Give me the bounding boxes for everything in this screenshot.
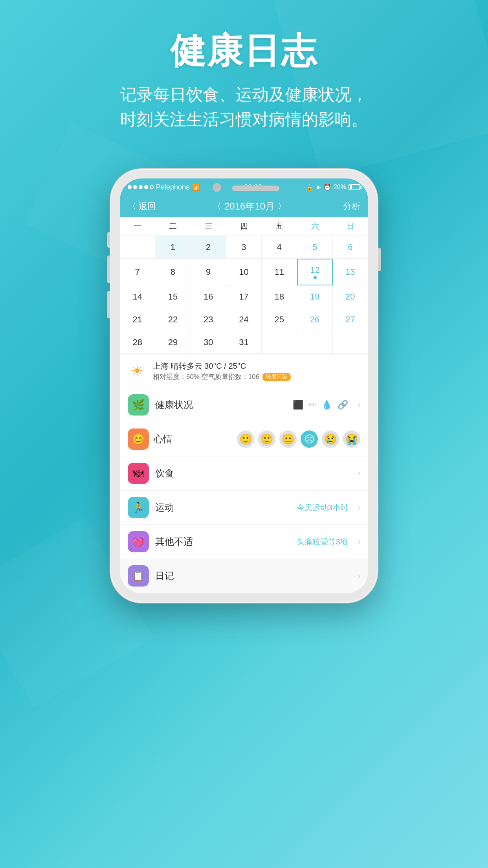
calendar-cell-4[interactable]: 4: [262, 236, 297, 259]
diet-label: 饮食: [155, 467, 348, 480]
diet-icon: 🍽: [128, 463, 149, 484]
calendar: 一 二 三 四 五 六 日 1 2 3 4 5 6: [120, 217, 368, 354]
calendar-cell-17[interactable]: 17: [226, 285, 262, 308]
mute-button: [107, 232, 110, 248]
calendar-cell-19[interactable]: 19: [297, 285, 332, 308]
day-saturday: 六: [297, 217, 332, 235]
discomfort-icon: 💓: [128, 531, 149, 552]
calendar-cell-27[interactable]: 27: [333, 308, 368, 331]
calendar-cell-15[interactable]: 15: [155, 285, 191, 308]
day-tuesday: 二: [155, 217, 191, 235]
calendar-grid: 1 2 3 4 5 6 7 8 9 10 11 12 13: [120, 236, 368, 354]
signal-dot-1: [128, 185, 132, 189]
calendar-cell-31[interactable]: 31: [226, 331, 262, 354]
volume-down-button: [107, 291, 110, 318]
calendar-cell-10[interactable]: 10: [226, 259, 262, 285]
phone-speaker: [232, 186, 279, 191]
calendar-cell-11[interactable]: 11: [262, 259, 297, 285]
mood-face-worse[interactable]: 😢: [322, 430, 339, 448]
day-headers: 一 二 三 四 五 六 日: [120, 217, 368, 236]
calendar-cell-2[interactable]: 2: [191, 236, 226, 259]
mood-face-great[interactable]: 🙂: [237, 430, 254, 448]
status-right: 🔒 ➤ ⏰ 20%: [306, 184, 360, 191]
calendar-cell-9[interactable]: 9: [191, 259, 226, 285]
diary-chevron: ›: [358, 571, 360, 581]
diary-row[interactable]: 📋 日记 ›: [120, 559, 368, 593]
exercise-chevron: ›: [358, 502, 360, 513]
calendar-cell-28[interactable]: 28: [120, 331, 155, 354]
calendar-cell-18[interactable]: 18: [262, 285, 297, 308]
weather-sun-icon: ☀: [128, 362, 147, 381]
header-section: 健康日志 记录每日饮食、运动及健康状况， 时刻关注生活习惯对病情的影响。: [0, 31, 488, 132]
phone-mockup: Pelephone 📶 03:36 🔒 ➤ ⏰ 20% 〈 返回 〈 2016年: [110, 169, 378, 603]
calendar-cell-7[interactable]: 7: [120, 259, 155, 285]
calendar-cell-3[interactable]: 3: [226, 236, 262, 259]
exercise-value: 今天运动3小时: [297, 502, 348, 513]
calendar-cell-30[interactable]: 30: [191, 331, 226, 354]
health-status-row[interactable]: 🌿 健康状况 ⬛ ✏ 💧 🔗 ›: [120, 388, 368, 422]
battery-fill: [350, 185, 352, 189]
mood-icon: 😊: [128, 428, 149, 450]
exercise-label: 运动: [155, 501, 290, 514]
calendar-cell-empty-3: [297, 331, 332, 354]
pollution-badge: 轻度污染: [262, 373, 291, 381]
exercise-icon: 🏃: [128, 497, 149, 518]
calendar-cell-29[interactable]: 29: [155, 331, 191, 354]
calendar-cell-25[interactable]: 25: [262, 308, 297, 331]
app-title: 健康日志: [0, 31, 488, 70]
day-thursday: 四: [226, 217, 262, 235]
calendar-cell-13[interactable]: 13: [333, 259, 368, 285]
diary-label: 日记: [155, 570, 348, 582]
discomfort-row[interactable]: 💓 其他不适 头痛眩晕等3项 ›: [120, 525, 368, 559]
battery-percent: 20%: [334, 184, 346, 191]
carrier-name: Pelephone: [156, 183, 190, 191]
analyze-button[interactable]: 分析: [343, 200, 360, 212]
calendar-cell-20[interactable]: 20: [333, 285, 368, 308]
calendar-cell-24[interactable]: 24: [226, 308, 262, 331]
mood-face-good[interactable]: 🙂: [258, 430, 275, 448]
mood-faces: 🙂 🙂 😐 ☹ 😢 😭: [237, 430, 360, 448]
app-subtitle: 记录每日饮食、运动及健康状况， 时刻关注生活习惯对病情的影响。: [0, 82, 488, 132]
calendar-cell-14[interactable]: 14: [120, 285, 155, 308]
status-left: Pelephone 📶: [128, 183, 200, 191]
signal-dot-4: [144, 185, 148, 189]
calendar-cell-26[interactable]: 26: [297, 308, 332, 331]
calendar-cell-empty-1[interactable]: [120, 236, 155, 259]
pencil-icon: ✏: [309, 400, 316, 410]
calendar-cell-22[interactable]: 22: [155, 308, 191, 331]
alarm-icon: ⏰: [323, 184, 331, 191]
calendar-cell-12[interactable]: 12: [297, 259, 332, 285]
mood-face-bad[interactable]: ☹: [301, 430, 318, 448]
diet-row[interactable]: 🍽 饮食 ›: [120, 456, 368, 491]
location-icon: ➤: [316, 184, 321, 191]
signal-dot-5: [150, 185, 154, 189]
exercise-row[interactable]: 🏃 运动 今天运动3小时 ›: [120, 491, 368, 525]
volume-up-button: [107, 256, 110, 283]
weather-info: 上海 晴转多云 30°C / 25°C 相对湿度：60% 空气质量指数：106 …: [153, 361, 360, 381]
calendar-cell-6[interactable]: 6: [333, 236, 368, 259]
health-status-icon: 🌿: [128, 394, 149, 416]
drop-icon: 💧: [321, 400, 332, 410]
day-friday: 五: [262, 217, 297, 235]
calendar-cell-5[interactable]: 5: [297, 236, 332, 259]
diary-icon: 📋: [128, 565, 149, 587]
scale-icon: ⬛: [293, 400, 303, 410]
calendar-cell-8[interactable]: 8: [155, 259, 191, 285]
calendar-cell-21[interactable]: 21: [120, 308, 155, 331]
back-button[interactable]: 〈 返回: [128, 200, 156, 212]
mood-row[interactable]: 😊 心情 🙂 🙂 😐 ☹ 😢 😭: [120, 422, 368, 456]
mood-label: 心情: [154, 433, 232, 445]
day-monday: 一: [120, 217, 155, 235]
mood-face-neutral[interactable]: 😐: [279, 430, 297, 448]
mood-face-terrible[interactable]: 😭: [343, 430, 360, 448]
calendar-cell-empty-2: [262, 331, 297, 354]
weather-row: ☀ 上海 晴转多云 30°C / 25°C 相对湿度：60% 空气质量指数：10…: [120, 355, 368, 388]
daily-section: ☀ 上海 晴转多云 30°C / 25°C 相对湿度：60% 空气质量指数：10…: [120, 355, 368, 593]
calendar-cell-16[interactable]: 16: [191, 285, 226, 308]
calendar-cell-23[interactable]: 23: [191, 308, 226, 331]
nav-bar: 〈 返回 〈 2016年10月 〉 分析: [120, 196, 368, 217]
nav-title[interactable]: 〈 2016年10月 〉: [212, 200, 286, 213]
health-status-chevron: ›: [358, 400, 360, 410]
phone-screen: Pelephone 📶 03:36 🔒 ➤ ⏰ 20% 〈 返回 〈 2016年: [120, 178, 368, 593]
calendar-cell-1[interactable]: 1: [155, 236, 191, 259]
